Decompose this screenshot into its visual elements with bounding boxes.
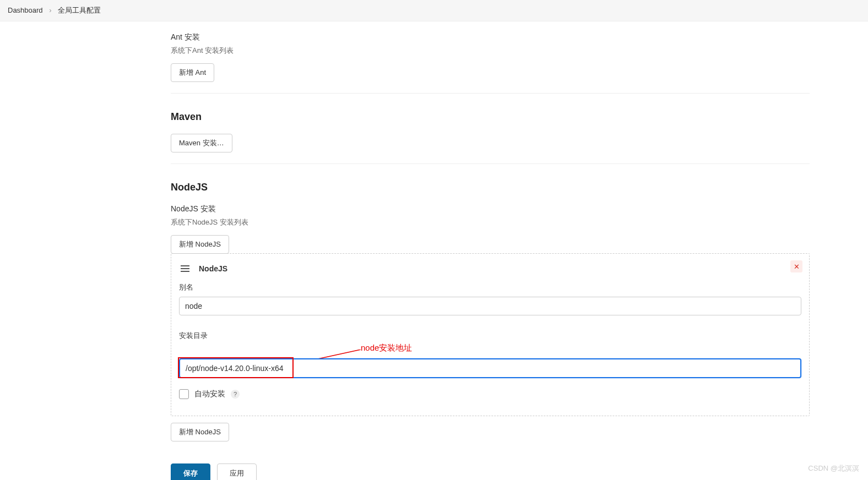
nodejs-subtitle: 系统下NodeJS 安装列表	[171, 217, 810, 227]
panel-title: NodeJS	[199, 264, 227, 273]
nodejs-title: NodeJS 安装	[171, 204, 810, 214]
maven-section: Maven Maven 安装…	[171, 94, 810, 164]
annotation-text: node安装地址	[361, 343, 412, 353]
nodejs-install-panel: ✕ NodeJS 别名 安装目录 node安装地址	[171, 253, 810, 416]
add-nodejs-button-bottom[interactable]: 新增 NodeJS	[171, 423, 229, 441]
breadcrumb-dashboard[interactable]: Dashboard	[8, 6, 43, 14]
maven-heading: Maven	[171, 111, 810, 123]
alias-label: 别名	[179, 282, 801, 292]
close-icon: ✕	[794, 263, 800, 270]
footer-actions: 保存 应用	[171, 452, 810, 480]
watermark: CSDN @北溟溟	[808, 463, 859, 473]
alias-input[interactable]	[179, 297, 801, 315]
ant-title: Ant 安装	[171, 32, 810, 42]
auto-install-label: 自动安装	[194, 389, 225, 399]
add-nodejs-button-top[interactable]: 新增 NodeJS	[171, 235, 229, 254]
add-ant-button[interactable]: 新增 Ant	[171, 63, 214, 82]
nodejs-heading: NodeJS	[171, 182, 810, 193]
help-icon[interactable]: ?	[231, 390, 240, 399]
auto-install-checkbox[interactable]	[179, 389, 189, 399]
main-content: Ant 安装 系统下Ant 安装列表 新增 Ant Maven Maven 安装…	[0, 21, 810, 480]
ant-subtitle: 系统下Ant 安装列表	[171, 46, 810, 56]
annotation: node安装地址	[179, 345, 801, 357]
auto-install-row: 自动安装 ?	[179, 389, 801, 399]
chevron-right-icon: ›	[49, 6, 51, 14]
breadcrumb: Dashboard › 全局工具配置	[0, 0, 868, 21]
apply-button[interactable]: 应用	[217, 463, 257, 480]
nodejs-section: NodeJS NodeJS 安装 系统下NodeJS 安装列表 新增 NodeJ…	[171, 164, 810, 480]
install-dir-wrap	[179, 358, 801, 378]
install-dir-label: 安装目录	[179, 331, 801, 341]
panel-header: NodeJS	[179, 264, 801, 274]
drag-handle-icon[interactable]	[179, 264, 191, 274]
ant-section: Ant 安装 系统下Ant 安装列表 新增 Ant	[171, 21, 810, 94]
maven-install-button[interactable]: Maven 安装…	[171, 134, 232, 152]
save-button[interactable]: 保存	[171, 463, 210, 480]
install-dir-input[interactable]	[179, 358, 801, 378]
breadcrumb-current: 全局工具配置	[58, 6, 101, 14]
remove-nodejs-button[interactable]: ✕	[790, 260, 802, 272]
